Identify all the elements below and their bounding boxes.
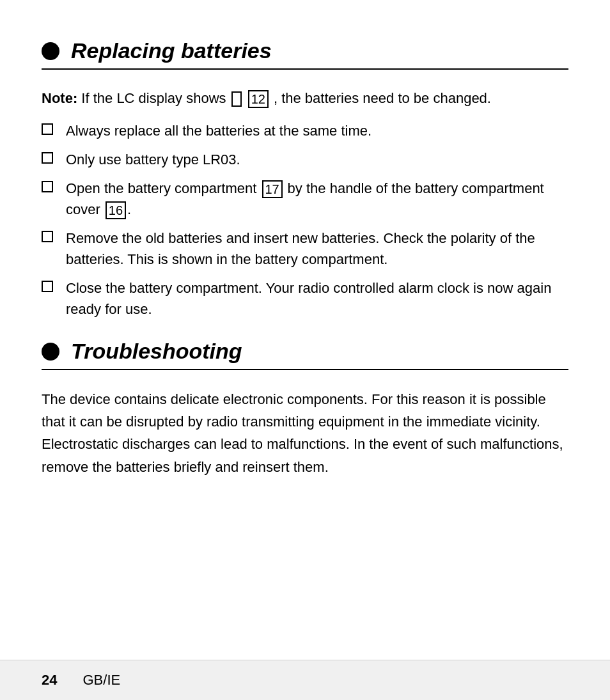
list-text-5: Close the battery compartment. Your radi… (66, 277, 568, 320)
section2-title: Troubleshooting (71, 339, 242, 364)
note-label: Note: (42, 90, 77, 106)
section2-underline (42, 369, 568, 370)
section1-heading: Replacing batteries (42, 38, 568, 63)
section2-bullet (42, 343, 59, 361)
list-item-4: Remove the old batteries and insert new … (42, 228, 568, 270)
note-text-after: , the batteries need to be changed. (274, 90, 491, 106)
section2: Troubleshooting The device contains deli… (42, 339, 568, 478)
square-bullet-3 (42, 181, 53, 192)
page: Replacing batteries Note: If the LC disp… (0, 0, 610, 700)
list-text-3: Open the battery compartment 17 by the h… (66, 178, 568, 220)
list-item-1: Always replace all the batteries at the … (42, 120, 568, 141)
content: Replacing batteries Note: If the LC disp… (0, 0, 610, 660)
locale: GB/IE (82, 672, 120, 688)
list-text-2: Only use battery type LR03. (66, 149, 568, 170)
note-text-before: If the LC display shows (81, 90, 230, 106)
square-bullet-4 (42, 231, 53, 242)
note-paragraph: Note: If the LC display shows 12 , the b… (42, 88, 568, 109)
battery-icon-12: 12 (248, 90, 269, 108)
battery-icon-small (231, 91, 242, 107)
square-bullet-5 (42, 281, 53, 292)
list-item-3: Open the battery compartment 17 by the h… (42, 178, 568, 220)
list-item-5: Close the battery compartment. Your radi… (42, 277, 568, 320)
list-text-1: Always replace all the batteries at the … (66, 120, 568, 141)
section2-heading: Troubleshooting (42, 339, 568, 364)
troubleshooting-paragraph: The device contains delicate electronic … (42, 388, 568, 478)
footer: 24 GB/IE (0, 660, 610, 700)
list-text-4: Remove the old batteries and insert new … (66, 228, 568, 270)
ref-17: 17 (262, 180, 283, 198)
section1-title: Replacing batteries (71, 38, 272, 63)
section1-underline (42, 68, 568, 70)
square-bullet-2 (42, 152, 53, 164)
square-bullet-1 (42, 123, 53, 135)
section1-bullet (42, 42, 59, 60)
batteries-list: Always replace all the batteries at the … (42, 120, 568, 320)
ref-16: 16 (106, 201, 126, 219)
page-number: 24 (42, 672, 57, 688)
list-item-2: Only use battery type LR03. (42, 149, 568, 170)
